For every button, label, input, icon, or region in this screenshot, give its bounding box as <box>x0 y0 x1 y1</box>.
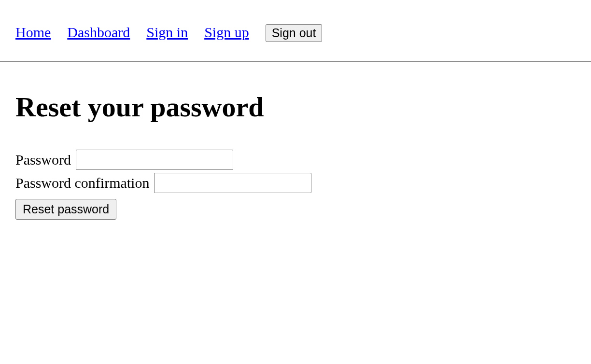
password-confirmation-label: Password confirmation <box>15 175 149 191</box>
nav-signup-link[interactable]: Sign up <box>204 24 249 41</box>
signout-button[interactable]: Sign out <box>266 24 323 42</box>
password-input[interactable] <box>76 150 233 170</box>
nav-dashboard-link[interactable]: Dashboard <box>67 24 130 41</box>
nav-signin-link[interactable]: Sign in <box>146 24 188 41</box>
nav-home-link[interactable]: Home <box>15 24 51 41</box>
password-confirmation-input[interactable] <box>154 173 311 193</box>
page-header: Home Dashboard Sign in Sign up Sign out <box>0 0 591 62</box>
password-confirmation-row: Password confirmation <box>15 173 576 193</box>
password-label: Password <box>15 152 71 168</box>
reset-password-form: Password Password confirmation Reset pas… <box>15 150 576 220</box>
password-row: Password <box>15 150 576 170</box>
page-title: Reset your password <box>15 91 576 123</box>
main-content: Reset your password Password Password co… <box>0 62 591 235</box>
reset-password-button[interactable]: Reset password <box>15 199 116 220</box>
main-nav: Home Dashboard Sign in Sign up Sign out <box>15 24 576 42</box>
